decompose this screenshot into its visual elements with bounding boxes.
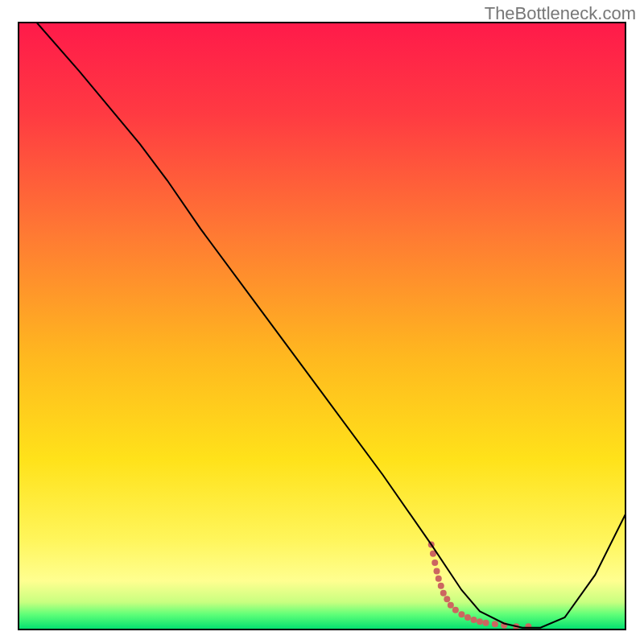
highlight-marker <box>458 611 464 617</box>
highlight-marker <box>464 614 471 621</box>
watermark-text: TheBottleneck.com <box>485 3 636 24</box>
highlight-marker <box>477 618 483 625</box>
highlight-marker <box>434 568 440 575</box>
highlight-marker <box>448 602 454 609</box>
highlight-marker <box>492 621 498 627</box>
highlight-marker <box>452 607 459 613</box>
bottleneck-chart <box>0 0 644 644</box>
highlight-marker <box>431 559 438 566</box>
highlight-marker <box>444 596 450 602</box>
gradient-background <box>19 23 625 630</box>
highlight-marker <box>483 620 489 626</box>
highlight-marker <box>438 583 444 589</box>
highlight-marker <box>440 590 447 597</box>
highlight-marker <box>436 576 442 582</box>
highlight-marker <box>471 617 477 623</box>
chart-container: TheBottleneck.com <box>0 0 644 644</box>
